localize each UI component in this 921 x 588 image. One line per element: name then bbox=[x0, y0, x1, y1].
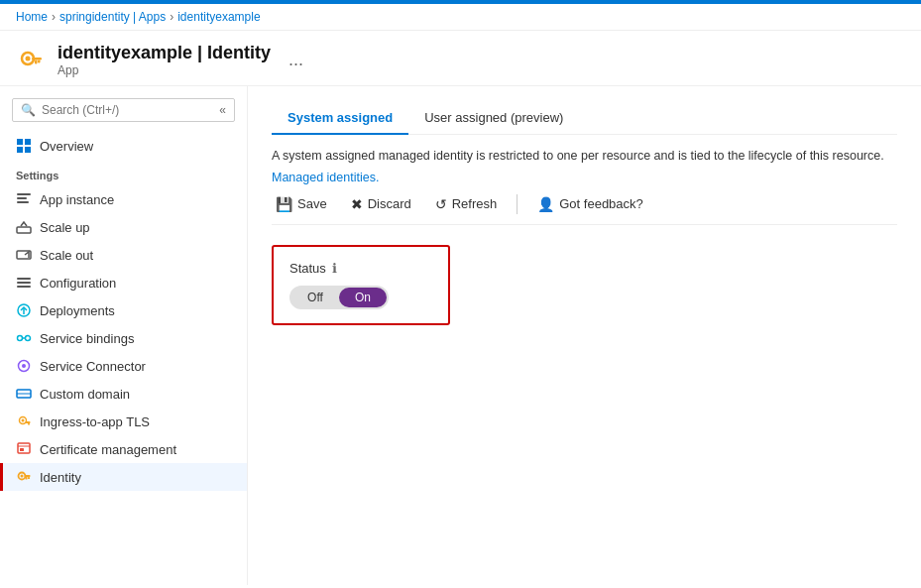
breadcrumb-apps[interactable]: springidentity | Apps bbox=[59, 10, 166, 24]
sidebar-item-scale-out[interactable]: Scale out bbox=[0, 241, 247, 269]
sidebar-item-identity[interactable]: Identity bbox=[0, 463, 247, 491]
svg-rect-12 bbox=[17, 227, 31, 233]
toggle-off[interactable]: Off bbox=[291, 288, 339, 307]
sidebar-item-configuration[interactable]: Configuration bbox=[0, 269, 247, 296]
breadcrumb-resource[interactable]: identityexample bbox=[177, 10, 260, 24]
tabs: System assigned User assigned (preview) bbox=[272, 102, 897, 135]
status-info-icon[interactable]: ℹ bbox=[332, 261, 337, 276]
page-title: identityexample | Identity bbox=[58, 43, 271, 63]
save-icon: 💾 bbox=[276, 196, 292, 212]
refresh-icon: ↺ bbox=[435, 196, 447, 212]
svg-rect-10 bbox=[17, 197, 27, 199]
sidebar-item-deployments[interactable]: Deployments bbox=[0, 296, 247, 324]
sidebar-item-overview-label: Overview bbox=[40, 139, 93, 154]
sidebar-item-scale-out-label: Scale out bbox=[40, 248, 93, 263]
feedback-icon: 👤 bbox=[537, 196, 554, 212]
feedback-button[interactable]: 👤 Got feedback? bbox=[533, 194, 647, 214]
breadcrumb: Home › springidentity | Apps › identitye… bbox=[0, 4, 921, 31]
toolbar: 💾 Save ✖ Discard ↺ Refresh 👤 Got feedbac… bbox=[272, 184, 897, 225]
discard-button[interactable]: ✖ Discard bbox=[347, 194, 415, 214]
sidebar-item-service-bindings-label: Service bindings bbox=[40, 331, 134, 346]
sidebar-item-scale-up[interactable]: Scale up bbox=[0, 213, 247, 241]
svg-rect-5 bbox=[17, 139, 23, 145]
ingress-tls-icon bbox=[16, 413, 32, 429]
page-header: identityexample | Identity App ... bbox=[0, 31, 921, 86]
save-button[interactable]: 💾 Save bbox=[272, 194, 331, 214]
sidebar-item-app-instance[interactable]: App instance bbox=[0, 185, 247, 213]
discard-label: Discard bbox=[368, 196, 411, 211]
svg-rect-2 bbox=[32, 58, 42, 60]
sidebar-item-service-bindings[interactable]: Service bindings bbox=[0, 324, 247, 352]
sidebar-item-custom-domain[interactable]: Custom domain bbox=[0, 380, 247, 408]
sidebar: 🔍 « Overview Settings App instance Scale… bbox=[0, 86, 248, 585]
status-box: Status ℹ Off On bbox=[272, 245, 450, 325]
refresh-label: Refresh bbox=[452, 196, 498, 211]
resource-icon bbox=[16, 45, 48, 76]
custom-domain-icon bbox=[16, 386, 32, 402]
svg-rect-28 bbox=[26, 421, 31, 423]
sidebar-item-deployments-label: Deployments bbox=[40, 303, 115, 318]
sidebar-item-service-connector[interactable]: Service Connector bbox=[0, 352, 247, 380]
svg-rect-29 bbox=[28, 423, 30, 425]
sidebar-item-overview[interactable]: Overview bbox=[0, 132, 247, 160]
main-content: System assigned User assigned (preview) … bbox=[248, 86, 921, 585]
toolbar-divider bbox=[517, 194, 518, 214]
main-layout: 🔍 « Overview Settings App instance Scale… bbox=[0, 86, 921, 585]
sidebar-item-custom-domain-label: Custom domain bbox=[40, 387, 130, 402]
sidebar-item-ingress-tls[interactable]: Ingress-to-app TLS bbox=[0, 408, 247, 435]
sidebar-item-app-instance-label: App instance bbox=[40, 192, 114, 207]
svg-rect-8 bbox=[25, 147, 31, 153]
service-connector-icon bbox=[16, 358, 32, 374]
sidebar-item-cert-mgmt[interactable]: Certificate management bbox=[0, 435, 247, 463]
svg-rect-9 bbox=[17, 193, 31, 195]
sidebar-item-configuration-label: Configuration bbox=[40, 276, 116, 291]
status-toggle[interactable]: Off On bbox=[289, 286, 389, 309]
cert-mgmt-icon bbox=[16, 441, 32, 457]
svg-rect-14 bbox=[17, 278, 31, 280]
app-instance-icon bbox=[16, 191, 32, 207]
search-box[interactable]: 🔍 « bbox=[12, 98, 235, 122]
configuration-icon bbox=[16, 275, 32, 291]
header-menu-button[interactable]: ... bbox=[288, 50, 303, 70]
scale-up-icon bbox=[16, 219, 32, 235]
collapse-icon[interactable]: « bbox=[219, 103, 226, 117]
svg-rect-37 bbox=[26, 477, 28, 480]
breadcrumb-home[interactable]: Home bbox=[16, 10, 48, 24]
svg-rect-32 bbox=[20, 448, 24, 451]
svg-rect-11 bbox=[17, 201, 29, 203]
status-text: Status bbox=[289, 261, 326, 276]
svg-rect-36 bbox=[28, 477, 30, 479]
sidebar-item-scale-up-label: Scale up bbox=[40, 220, 90, 235]
svg-rect-3 bbox=[38, 59, 41, 62]
tab-system-assigned[interactable]: System assigned bbox=[272, 102, 408, 135]
svg-rect-7 bbox=[17, 147, 23, 153]
managed-identities-link[interactable]: Managed identities. bbox=[272, 171, 379, 184]
status-label-row: Status ℹ bbox=[289, 261, 432, 276]
refresh-button[interactable]: ↺ Refresh bbox=[431, 194, 502, 214]
sidebar-item-ingress-tls-label: Ingress-to-app TLS bbox=[40, 414, 150, 429]
feedback-label: Got feedback? bbox=[559, 196, 643, 211]
svg-rect-15 bbox=[17, 282, 31, 284]
toggle-on[interactable]: On bbox=[339, 288, 387, 307]
discard-icon: ✖ bbox=[351, 196, 363, 212]
sidebar-item-service-connector-label: Service Connector bbox=[40, 359, 146, 374]
search-icon: 🔍 bbox=[21, 103, 36, 117]
info-text: A system assigned managed identity is re… bbox=[272, 147, 897, 166]
svg-rect-35 bbox=[25, 475, 31, 477]
svg-point-27 bbox=[22, 419, 25, 422]
deployments-icon bbox=[16, 302, 32, 318]
sidebar-item-cert-mgmt-label: Certificate management bbox=[40, 442, 176, 457]
svg-rect-30 bbox=[18, 443, 30, 453]
identity-icon bbox=[16, 469, 32, 485]
svg-point-34 bbox=[21, 475, 24, 478]
svg-point-1 bbox=[26, 56, 31, 60]
overview-icon bbox=[16, 138, 32, 154]
tab-user-assigned[interactable]: User assigned (preview) bbox=[408, 102, 579, 135]
page-subtitle: App bbox=[58, 63, 271, 77]
sidebar-item-identity-label: Identity bbox=[40, 470, 81, 485]
settings-section-label: Settings bbox=[0, 160, 247, 185]
search-input[interactable] bbox=[42, 103, 213, 117]
svg-point-19 bbox=[18, 336, 23, 341]
svg-rect-6 bbox=[25, 139, 31, 145]
scale-out-icon bbox=[16, 247, 32, 263]
